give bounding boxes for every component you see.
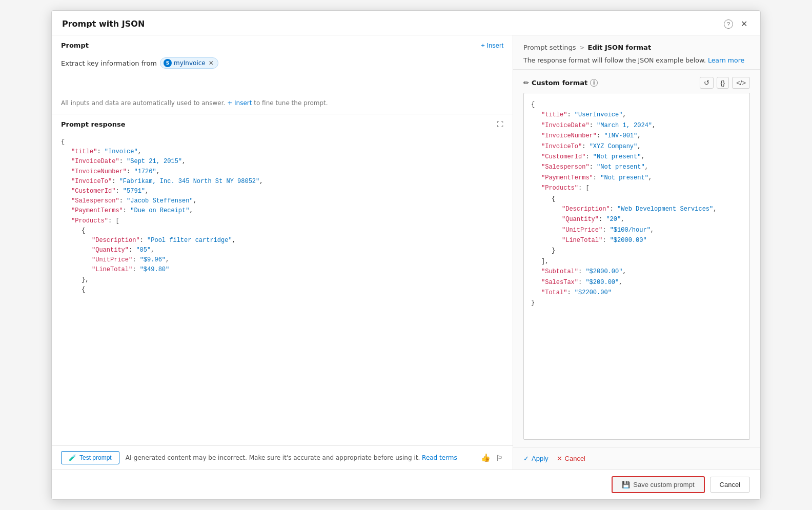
format-label: ✏️ Custom format i <box>523 79 697 87</box>
insert-link[interactable]: + Insert <box>227 99 252 107</box>
dialog-header: Prompt with JSON ? ✕ <box>52 11 760 35</box>
save-custom-prompt-button[interactable]: 💾 Save custom prompt <box>612 476 704 493</box>
breadcrumb-current: Edit JSON format <box>588 44 652 51</box>
help-button[interactable]: ? <box>724 19 733 29</box>
format-label-text: Custom format <box>532 79 587 87</box>
dialog: Prompt with JSON ? ✕ Prompt + Insert Ext… <box>51 10 761 500</box>
breadcrumb: Prompt settings > Edit JSON format <box>523 44 750 51</box>
prompt-section: Prompt + Insert Extract key information … <box>52 35 513 114</box>
response-section: Prompt response ⛶ { "title": "Invoice", … <box>52 114 513 470</box>
cancel-right-label: Cancel <box>565 455 585 462</box>
thumbs-down-button[interactable]: 🏳 <box>496 453 503 462</box>
thumbs-up-button[interactable]: 👍 <box>481 453 491 462</box>
test-prompt-label: Test prompt <box>79 454 112 461</box>
response-header: Prompt response ⛶ <box>52 114 513 132</box>
code-button[interactable]: </> <box>732 77 750 89</box>
insert-button[interactable]: + Insert <box>481 42 503 49</box>
hint-text: All inputs and data are automatically us… <box>61 99 225 107</box>
prompt-hint: All inputs and data are automatically us… <box>52 94 513 114</box>
prompt-content: Extract key information from S myInvoice… <box>52 53 513 94</box>
hint-suffix: to fine tune the prompt. <box>254 99 328 107</box>
test-prompt-button[interactable]: 🧪 Test prompt <box>61 451 119 464</box>
cancel-right-button[interactable]: ✕ Cancel <box>557 455 585 462</box>
tag-label: myInvoice <box>174 59 206 67</box>
cancel-x-icon: ✕ <box>557 455 562 462</box>
dialog-footer: 💾 Save custom prompt Cancel <box>52 470 760 499</box>
apply-check-icon: ✓ <box>523 455 529 462</box>
save-icon: 💾 <box>622 481 630 488</box>
apply-button[interactable]: ✓ Apply <box>523 455 549 462</box>
disclaimer-text-content: AI-generated content may be incorrect. M… <box>126 454 420 461</box>
tag-icon: S <box>164 59 172 67</box>
dialog-body: Prompt + Insert Extract key information … <box>52 35 760 470</box>
right-panel: Prompt settings > Edit JSON format The r… <box>513 35 760 470</box>
cancel-button[interactable]: Cancel <box>710 477 750 493</box>
right-header: Prompt settings > Edit JSON format The r… <box>513 35 760 70</box>
header-icons: ? ✕ <box>724 18 750 30</box>
subtitle-text: The response format will follow the JSON… <box>523 56 706 64</box>
learn-more-link[interactable]: Learn more <box>708 56 744 64</box>
right-footer: ✓ Apply ✕ Cancel <box>513 447 760 470</box>
json-editor[interactable]: { "title": "UserInvoice", "InvoiceDate":… <box>523 93 750 440</box>
save-label: Save custom prompt <box>633 481 694 488</box>
format-toolbar: ✏️ Custom format i ↺ {} </> <box>523 77 750 89</box>
custom-format-box: ✏️ Custom format i ↺ {} </> { "title": "… <box>513 70 760 447</box>
disclaimer-text: AI-generated content may be incorrect. M… <box>126 454 457 461</box>
left-panel: Prompt + Insert Extract key information … <box>52 35 513 470</box>
right-subtitle: The response format will follow the JSON… <box>523 56 750 64</box>
breadcrumb-parent: Prompt settings <box>523 44 576 51</box>
response-section-title: Prompt response <box>61 120 125 128</box>
braces-button[interactable]: {} <box>717 77 729 89</box>
footer-icons: 👍 🏳 <box>481 453 503 462</box>
breadcrumb-sep: > <box>579 44 585 51</box>
response-footer: 🧪 Test prompt AI-generated content may b… <box>52 445 513 470</box>
read-terms-link[interactable]: Read terms <box>422 454 457 461</box>
pencil-icon: ✏️ <box>523 79 529 87</box>
tag-close-icon[interactable]: ✕ <box>209 59 214 67</box>
response-code: { "title": "Invoice", "InvoiceDate": "Se… <box>52 132 513 445</box>
prompt-prefix-text: Extract key information from <box>61 59 157 67</box>
expand-icon[interactable]: ⛶ <box>497 120 503 128</box>
info-icon: i <box>590 79 598 87</box>
right-footer-left: ✓ Apply ✕ Cancel <box>523 455 585 462</box>
tag-pill: S myInvoice ✕ <box>160 57 218 69</box>
apply-label: Apply <box>532 455 549 462</box>
prompt-section-header: Prompt + Insert <box>52 35 513 53</box>
close-button[interactable]: ✕ <box>738 18 750 30</box>
test-prompt-icon: 🧪 <box>69 454 76 461</box>
prompt-text-row: Extract key information from S myInvoice… <box>61 57 503 69</box>
reset-button[interactable]: ↺ <box>700 77 714 89</box>
prompt-section-title: Prompt <box>61 42 89 49</box>
dialog-title: Prompt with JSON <box>62 19 145 29</box>
